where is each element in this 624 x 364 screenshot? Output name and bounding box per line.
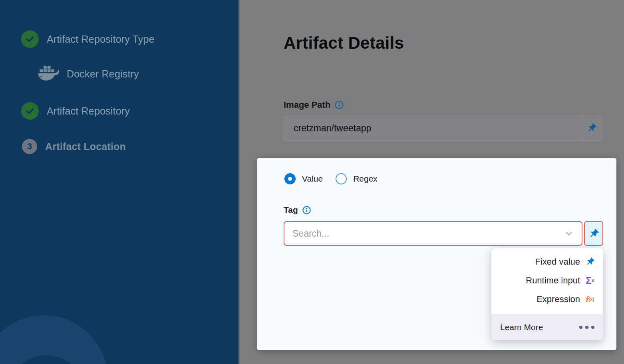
step-label: Artifact Repository xyxy=(47,105,130,117)
learn-more-link[interactable]: Learn More xyxy=(500,322,543,332)
dropdown-footer: Learn More xyxy=(491,314,603,340)
info-icon[interactable] xyxy=(302,206,311,215)
image-path-label-row: Image Path xyxy=(284,100,344,110)
pin-icon xyxy=(585,257,595,267)
tag-search-field xyxy=(284,221,582,246)
image-path-pin-button[interactable] xyxy=(581,116,602,140)
value-radio[interactable] xyxy=(284,173,296,184)
value-type-options: Fixed value Runtime input Σx Expression … xyxy=(491,248,603,309)
menu-item-label: Expression xyxy=(537,294,580,305)
info-icon[interactable] xyxy=(334,100,344,110)
image-path-field xyxy=(284,116,602,140)
tag-pin-button[interactable] xyxy=(584,221,603,246)
value-radio-label: Value xyxy=(302,174,323,184)
radio-option-value[interactable]: Value xyxy=(284,173,323,184)
sidebar-item-artifact-repository-type[interactable]: Artifact Repository Type xyxy=(21,30,155,48)
artifact-wizard-screen: Artifact Repository Type Docker Registry xyxy=(0,0,624,364)
image-path-input[interactable] xyxy=(284,116,581,140)
menu-item-runtime-input[interactable]: Runtime input Σx xyxy=(491,271,603,290)
sidebar-divider xyxy=(238,0,240,364)
menu-item-label: Runtime input xyxy=(526,275,580,286)
sigma-x-icon: Σx xyxy=(585,275,595,286)
chevron-down-icon[interactable] xyxy=(562,229,582,238)
menu-item-fixed-value[interactable]: Fixed value xyxy=(491,252,603,271)
check-circle-icon xyxy=(21,30,39,48)
regex-radio-label: Regex xyxy=(353,174,378,184)
tag-config-panel: Value Regex Tag Fixed xyxy=(257,158,616,350)
tag-label-row: Tag xyxy=(284,205,311,215)
sidebar-item-artifact-repository[interactable]: Artifact Repository xyxy=(21,102,130,120)
sidebar-item-docker-registry[interactable]: Docker Registry xyxy=(38,65,139,82)
more-options-icon[interactable] xyxy=(579,326,594,329)
check-circle-icon xyxy=(21,102,39,120)
step-number-badge: 3 xyxy=(22,139,37,154)
step-label: Artifact Location xyxy=(45,141,126,152)
f-of-x-icon: f(x) xyxy=(585,295,595,304)
sidebar-item-artifact-location[interactable]: 3 Artifact Location xyxy=(22,139,126,154)
step-label: Artifact Repository Type xyxy=(47,34,155,45)
step-label: Docker Registry xyxy=(67,68,139,80)
menu-item-expression[interactable]: Expression f(x) xyxy=(491,290,603,309)
tag-type-radio-group: Value Regex xyxy=(284,173,378,184)
radio-option-regex[interactable]: Regex xyxy=(336,173,378,184)
tag-label: Tag xyxy=(284,205,298,215)
value-type-dropdown-menu: Fixed value Runtime input Σx Expression … xyxy=(491,248,603,340)
page-title: Artifact Details xyxy=(284,34,404,53)
wizard-sidebar: Artifact Repository Type Docker Registry xyxy=(0,0,238,364)
regex-radio[interactable] xyxy=(336,173,347,184)
menu-item-label: Fixed value xyxy=(535,257,580,267)
image-path-label: Image Path xyxy=(284,100,330,110)
docker-whale-icon xyxy=(38,65,60,82)
tag-search-input[interactable] xyxy=(284,222,562,245)
